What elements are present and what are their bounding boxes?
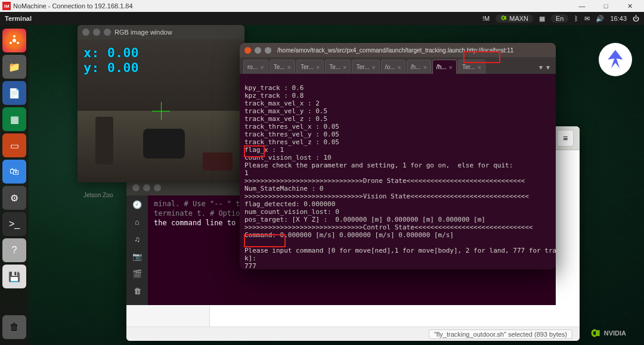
clock[interactable]: 16:43: [610, 15, 627, 22]
trash-side-icon[interactable]: 🗑: [134, 287, 141, 296]
terminal-tab[interactable]: /o...×: [381, 60, 405, 74]
drive-icon[interactable]: 💾: [2, 265, 26, 288]
minimize-icon[interactable]: [143, 184, 150, 191]
close-icon[interactable]: [82, 29, 89, 36]
software-icon[interactable]: 🛍: [2, 160, 26, 184]
tab-close-icon[interactable]: ×: [343, 64, 346, 71]
jetson-zoo-label: Jetson Zoo: [83, 192, 113, 198]
close-button[interactable]: ✕: [618, 2, 642, 10]
main-terminal-window[interactable]: /home/amov/track_ws/src/px4_command/laun…: [240, 43, 556, 269]
terminal-tab[interactable]: Ter...×: [296, 60, 324, 74]
dash-icon[interactable]: [2, 29, 26, 52]
volume-icon[interactable]: 🔊: [596, 15, 604, 23]
trash-icon[interactable]: 🗑: [2, 315, 26, 339]
watermark-logo: [599, 43, 632, 76]
bg-terminal-sidebar: 🕘 ⌂ ♫ 📷 🎬 🗑 +: [126, 195, 148, 305]
svg-point-0: [13, 39, 16, 42]
files-icon[interactable]: 📁: [2, 55, 26, 79]
main-terminal-title: /home/amov/track_ws/src/px4_command/laun…: [277, 47, 551, 54]
calc-icon[interactable]: ▦: [2, 107, 26, 131]
power-icon[interactable]: ⏻: [633, 15, 639, 22]
language-indicator[interactable]: En: [551, 14, 568, 23]
activity-icon[interactable]: ▦: [539, 15, 545, 23]
tab-close-icon[interactable]: ×: [397, 64, 401, 71]
launcher-dock: 📁 📄 ▦ ▭ 🛍 ⚙ >_ ? 💾 🗑: [0, 25, 29, 345]
nomachine-titlebar: !M NoMachine - Connection to 192.168.1.8…: [0, 0, 644, 12]
impress-icon[interactable]: ▭: [2, 133, 26, 157]
files-selection-text: "fly_tracking_outdoor.sh" selected (893 …: [429, 330, 572, 339]
terminal-tab[interactable]: /h...×: [407, 60, 431, 74]
ubuntu-top-panel: Terminal !M MAXN ▦ En ᛒ ✉ 🔊 16:43 ⏻: [0, 12, 644, 25]
camera-icon[interactable]: 📷: [132, 252, 142, 261]
rgb-image-window[interactable]: RGB image window x: 0.00 y: 0.00: [78, 25, 244, 182]
files-statusbar: "fly_tracking_outdoor.sh" selected (893 …: [126, 327, 580, 341]
maximize-icon[interactable]: [154, 184, 161, 191]
hamburger-icon[interactable]: ≡: [557, 130, 574, 147]
rgb-image-viewport[interactable]: x: 0.00 y: 0.00: [78, 39, 244, 182]
nvidia-logo: NVIDIA: [590, 327, 626, 339]
terminal-tab[interactable]: Te...×: [270, 60, 295, 74]
panel-app-name: Terminal: [5, 15, 482, 22]
crosshair-icon: [152, 102, 170, 120]
tab-close-icon[interactable]: ×: [371, 64, 375, 71]
rgb-titlebar: RGB image window: [78, 25, 244, 39]
writer-icon[interactable]: 📄: [2, 81, 26, 105]
tab-close-icon[interactable]: ×: [316, 64, 320, 71]
videos-icon[interactable]: 🎬: [132, 269, 142, 278]
close-icon[interactable]: [132, 184, 140, 191]
desktop: Jetson Zoo NVIDIA 📁 📄 ▦ ▭ 🛍 ⚙ >_ ? 💾 🗑 ≡…: [0, 25, 644, 345]
minimize-icon[interactable]: [93, 29, 100, 36]
mail-icon[interactable]: ✉: [584, 15, 590, 23]
help-icon[interactable]: ?: [2, 238, 26, 262]
tab-close-icon[interactable]: ×: [260, 64, 264, 71]
tab-close-icon[interactable]: ×: [478, 64, 481, 71]
nomachine-icon: !M: [2, 2, 11, 10]
maximize-icon[interactable]: [104, 29, 111, 36]
terminal-tab-active[interactable]: /h...×: [432, 60, 457, 74]
minimize-icon[interactable]: [255, 47, 261, 54]
terminal-tab[interactable]: Ter...×: [458, 60, 485, 74]
maximize-button[interactable]: □: [594, 2, 618, 10]
bluetooth-icon[interactable]: ᛒ: [574, 15, 578, 22]
nomachine-title: NoMachine - Connection to 192.168.1.84: [13, 2, 570, 10]
new-tab-icon[interactable]: ▾: [539, 63, 543, 72]
main-terminal-output[interactable]: kpy_track : 0.6 kpz_track : 0.8 track_ma…: [240, 74, 556, 269]
music-icon[interactable]: ♫: [134, 235, 140, 244]
terminal-icon[interactable]: >_: [2, 212, 26, 236]
settings-icon[interactable]: ⚙: [2, 186, 26, 210]
svg-point-1: [13, 35, 16, 38]
close-icon[interactable]: [244, 47, 251, 54]
maximize-icon[interactable]: [265, 47, 271, 54]
svg-point-2: [10, 42, 12, 44]
terminal-tab[interactable]: Ter...×: [352, 60, 379, 74]
minimize-button[interactable]: —: [570, 2, 594, 10]
terminal-tab[interactable]: Te...×: [325, 60, 351, 74]
tab-close-icon[interactable]: ×: [423, 64, 426, 71]
recent-icon[interactable]: 🕘: [132, 200, 142, 209]
terminal-tab[interactable]: ro...×: [243, 60, 268, 74]
home-icon[interactable]: ⌂: [135, 217, 140, 226]
nomachine-panel-icon[interactable]: !M: [482, 15, 490, 22]
tab-list-icon[interactable]: ▾: [546, 63, 550, 72]
rgb-coordinate-overlay: x: 0.00 y: 0.00: [83, 45, 139, 75]
nvidia-panel-icon[interactable]: MAXN: [496, 14, 533, 23]
svg-point-3: [17, 42, 19, 44]
tab-close-icon[interactable]: ×: [287, 64, 291, 71]
main-terminal-titlebar: /home/amov/track_ws/src/px4_command/laun…: [240, 43, 556, 57]
terminal-tabstrip: ro...× Te...× Ter...× Te...× Ter...× /o.…: [240, 57, 556, 74]
rgb-window-title: RGB image window: [114, 29, 172, 36]
tab-close-icon[interactable]: ×: [449, 64, 453, 71]
add-icon[interactable]: +: [135, 304, 140, 305]
